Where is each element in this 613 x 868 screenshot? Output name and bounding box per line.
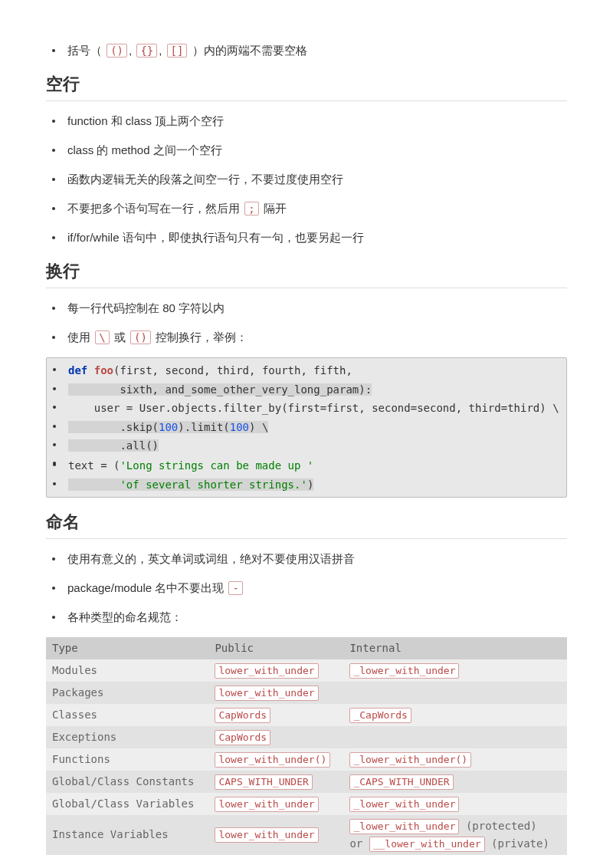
heading-naming: 命名 [46,508,567,539]
code-num: 100 [230,421,249,433]
code-text: ).limit( [178,421,229,433]
code-text: sixth, and_some_other_very_long_param): [68,383,372,396]
code-example: def foo(first, second, third, fourth, fi… [46,357,567,498]
text: 使用 [67,330,93,344]
code-brackets: [] [167,44,188,58]
blank-lines-list: function 和 class 顶上两个空行 class 的 method 之… [46,112,567,247]
cell-public: CapWords [208,726,343,748]
cell-type: Global/Class Variables [46,793,208,815]
heading-blank-lines: 空行 [46,71,567,101]
page-footer: 2 / 7 [46,864,567,868]
naming-table: Type Public Internal Moduleslower_with_u… [46,637,567,854]
table-row: Instance Variableslower_with_under_lower… [46,815,567,855]
th-public: Public [208,637,343,659]
code-text: (first, second, third, fourth, fifth, [113,364,352,376]
text: 不要把多个语句写在一行，然后用 [67,202,243,215]
cell-internal: _lower_with_under [343,659,567,682]
code-string: 'Long strings can be made up ' [120,459,313,472]
code-parens2: () [130,330,151,344]
bracket-spacing-list: 括号（ (), {}, [] ）内的两端不需要空格 [46,41,567,60]
code-tag: _CapWords [349,708,411,723]
code-tag: CAPS_WITH_UNDER [215,774,312,790]
list-item: 使用有意义的，英文单词或词组，绝对不要使用汉语拼音 [46,550,567,568]
list-item: 各种类型的命名规范： [46,608,567,626]
list-item: class 的 method 之间一个空行 [46,141,567,159]
cell-public: lower_with_under [208,793,343,815]
line-break-list: 每一行代码控制在 80 字符以内 使用 \ 或 () 控制换行，举例： [46,299,567,347]
code-semicolon: ; [244,202,258,215]
cell-public: lower_with_under [208,815,343,855]
cell-public: CapWords [208,704,343,726]
code-tag: _lower_with_under [349,819,459,834]
cell-internal: _lower_with_under [343,793,567,815]
code-tag: lower_with_under [215,686,318,701]
cell-type: Functions [46,748,208,771]
code-text: .all() [68,439,159,452]
cell-internal [343,726,567,748]
list-item: 函数内逻辑无关的段落之间空一行，不要过度使用空行 [46,170,567,189]
text: 隔开 [261,202,287,215]
code-tag: lower_with_under [215,797,318,812]
kw-def: def [68,364,87,376]
cell-type: Instance Variables [46,815,208,855]
table-row: Moduleslower_with_under_lower_with_under [46,659,567,682]
table-row: Packageslower_with_under [46,682,567,704]
code-tag: lower_with_under() [215,752,330,768]
list-item: 每一行代码控制在 80 字符以内 [46,299,567,317]
code-parens: () [107,44,127,58]
cell-type: Classes [46,704,208,726]
cell-internal: _CAPS_WITH_UNDER [343,771,567,793]
code-tag: __lower_with_under [369,837,485,852]
code-tag: _lower_with_under [349,797,459,812]
text: 或 [111,330,129,344]
cell-type: Modules [46,659,208,682]
code-num: 100 [159,421,178,433]
table-row: ClassesCapWords_CapWords [46,704,567,726]
th-internal: Internal [343,637,567,659]
code-tag: CapWords [215,730,270,745]
code-tag: lower_with_under [215,827,318,843]
naming-list: 使用有意义的，英文单词或词组，绝对不要使用汉语拼音 package/module… [46,550,567,626]
cell-public: CAPS_WITH_UNDER [208,771,343,793]
text: 括号（ [67,44,102,57]
code-tag: CapWords [215,708,270,723]
code-text: ) \ [249,421,268,433]
th-type: Type [46,637,208,659]
list-item: 不要把多个语句写在一行，然后用 ; 隔开 [46,199,567,218]
table-row: Functionslower_with_under()_lower_with_u… [46,748,567,771]
cell-public: lower_with_under [208,682,343,704]
list-item: 使用 \ 或 () 控制换行，举例： [46,328,567,347]
text: 控制换行，举例： [152,330,247,344]
cell-type: Packages [46,682,208,704]
cell-internal: _lower_with_under() [343,748,567,771]
fn-name: foo [94,364,113,376]
table-row: Global/Class Variableslower_with_under_l… [46,793,567,815]
text: ）内的两端不需要空格 [192,44,307,57]
list-item: package/module 名中不要出现 - [46,579,567,597]
code-tag: _lower_with_under [349,663,459,679]
code-string: 'of several shorter strings.' [120,478,306,491]
heading-line-break: 换行 [46,258,567,288]
code-text: user = User.objects.filter_by(first=firs… [68,402,559,414]
code-tag: lower_with_under [215,663,318,679]
code-tag: _lower_with_under() [349,752,471,768]
cell-internal: _CapWords [343,704,567,726]
cell-type: Exceptions [46,726,208,748]
code-text: text = ( [68,459,120,472]
code-text: ) [307,478,313,491]
code-dash: - [228,581,242,595]
list-item: if/for/while 语句中，即使执行语句只有一句，也要另起一行 [46,229,567,247]
cell-internal: _lower_with_under (protected)or __lower_… [343,815,567,855]
cell-public: lower_with_under() [208,748,343,771]
code-pad [68,478,120,491]
table-row: ExceptionsCapWords [46,726,567,748]
list-item: 括号（ (), {}, [] ）内的两端不需要空格 [46,41,567,60]
table-row: Global/Class ConstantsCAPS_WITH_UNDER_CA… [46,771,567,793]
code-backslash: \ [95,330,109,344]
cell-internal [343,682,567,704]
code-text: .skip( [68,421,159,433]
list-item: function 和 class 顶上两个空行 [46,112,567,130]
code-braces: {} [136,44,157,58]
code-tag: _CAPS_WITH_UNDER [349,774,453,790]
text: package/module 名中不要出现 [67,581,227,594]
